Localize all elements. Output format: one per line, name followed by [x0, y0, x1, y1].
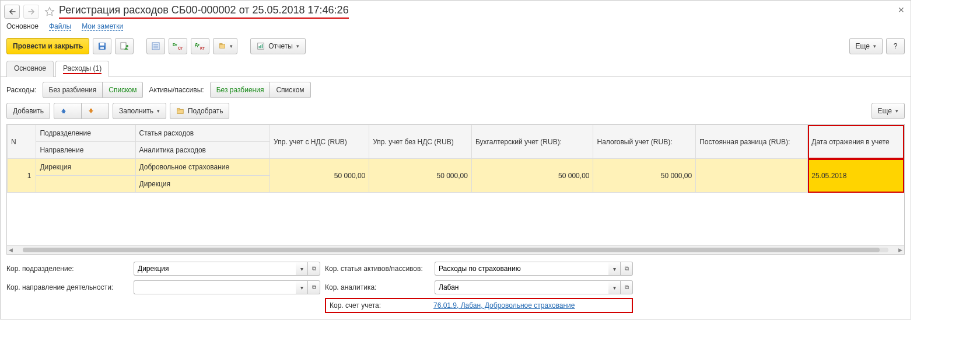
arrow-up-icon	[60, 107, 67, 114]
subtab-notes[interactable]: Мои заметки	[82, 22, 123, 31]
scroll-right-icon[interactable]: ▶	[897, 247, 904, 253]
dropdown-icon[interactable]: ▾	[296, 262, 308, 276]
expenses-no-split-button[interactable]: Без разбиения	[43, 82, 103, 98]
correspondence-form: Кор. подразделение: ▾ ⧉ Кор. статья акти…	[1, 257, 911, 319]
col-m4[interactable]: Налоговый учет (RUB):	[593, 125, 696, 159]
open-icon[interactable]: ⧉	[621, 280, 633, 294]
move-up-button[interactable]	[54, 103, 82, 119]
assets-no-split-button[interactable]: Без разбиения	[210, 82, 271, 98]
svg-point-4	[126, 45, 128, 47]
drcr-button[interactable]: DrCr	[169, 38, 187, 54]
combo-cor-dir[interactable]: ▾ ⧉	[134, 280, 320, 294]
input-cor-dir[interactable]	[134, 280, 296, 294]
cell-sub[interactable]: Дирекция	[36, 159, 135, 176]
label-cor-an: Кор. аналитика:	[325, 283, 430, 291]
input-cor-an[interactable]	[435, 280, 608, 294]
scroll-left-icon[interactable]: ◀	[7, 247, 15, 253]
tab-main[interactable]: Основное	[6, 61, 54, 77]
nav-forward-button	[23, 5, 39, 19]
expenses-table[interactable]: N Подразделение Статья расходов Упр. уче…	[6, 124, 905, 255]
cell-art[interactable]: Добровольное страхование	[135, 159, 270, 176]
table-more-button[interactable]: Еще ▾	[872, 103, 905, 119]
col-m1[interactable]: Упр. учет с НДС (RUB)	[270, 125, 369, 159]
post-icon	[120, 41, 129, 51]
reports-button[interactable]: Отчеты ▾	[250, 38, 305, 54]
table-empty-area	[7, 193, 904, 245]
dropdown-icon[interactable]: ▾	[608, 280, 621, 294]
dtkt-icon: ДтКт	[195, 42, 205, 50]
col-m2[interactable]: Упр. учет без НДС (RUB)	[369, 125, 472, 159]
dropdown-icon[interactable]: ▾	[608, 262, 621, 276]
more-button[interactable]: Еще ▾	[849, 38, 883, 54]
caret-icon: ▾	[157, 108, 160, 114]
favorite-star-icon[interactable]	[44, 6, 55, 18]
col-an[interactable]: Аналитика расходов	[135, 142, 270, 159]
combo-cor-art[interactable]: ▾ ⧉	[435, 262, 633, 276]
cell-date[interactable]: 25.05.2018	[808, 159, 904, 193]
table-more-label: Еще	[878, 107, 892, 115]
open-icon[interactable]: ⧉	[308, 262, 320, 276]
post-and-close-button[interactable]: Провести и закрыть	[6, 38, 89, 54]
scroll-thumb[interactable]	[23, 248, 880, 252]
attach-icon	[218, 42, 226, 50]
help-button[interactable]: ?	[886, 38, 905, 54]
combo-cor-sub[interactable]: ▾ ⧉	[134, 262, 320, 276]
post-button[interactable]	[115, 38, 134, 54]
subtab-main[interactable]: Основное	[6, 22, 38, 31]
col-date[interactable]: Дата отражения в учете	[808, 125, 904, 159]
svg-rect-17	[260, 45, 261, 48]
cell-dir[interactable]	[36, 176, 135, 193]
horizontal-scrollbar[interactable]: ◀ ▶	[7, 245, 904, 254]
folder-icon	[176, 107, 184, 115]
cell-an[interactable]: Дирекция	[135, 176, 270, 193]
close-icon[interactable]: ✕	[898, 5, 905, 15]
svg-rect-14	[219, 44, 222, 45]
page-title: Регистрация расходов СБ00-000002 от 25.0…	[59, 3, 349, 20]
attach-button[interactable]: ▾	[213, 38, 237, 54]
expenses-list-button[interactable]: Списком	[103, 82, 143, 98]
structure-button[interactable]	[146, 38, 165, 54]
caret-icon: ▾	[895, 108, 898, 114]
col-dir[interactable]: Направление	[36, 142, 135, 159]
svg-rect-2	[100, 47, 104, 49]
cell-m5[interactable]	[696, 159, 808, 193]
table-row[interactable]: 1 Дирекция Добровольное страхование 50 0…	[8, 159, 904, 176]
col-m3[interactable]: Бухгалтерский учет (RUB):	[471, 125, 593, 159]
input-cor-sub[interactable]	[134, 262, 296, 276]
reports-icon	[257, 42, 265, 50]
caret-icon: ▾	[230, 43, 233, 49]
col-m5[interactable]: Постоянная разница (RUB):	[696, 125, 808, 159]
move-down-button[interactable]	[82, 103, 109, 119]
cell-m3[interactable]: 50 000,00	[471, 159, 593, 193]
fill-label: Заполнить	[119, 107, 153, 115]
open-icon[interactable]: ⧉	[621, 262, 633, 276]
assets-mode-label: Активы/пассивы:	[149, 86, 204, 94]
cell-m4[interactable]: 50 000,00	[593, 159, 696, 193]
col-sub[interactable]: Подразделение	[36, 125, 135, 142]
arrow-down-icon	[88, 107, 94, 114]
cell-n[interactable]: 1	[8, 159, 36, 193]
col-n[interactable]: N	[8, 125, 36, 159]
open-icon[interactable]: ⧉	[308, 280, 320, 294]
nav-back-button[interactable]	[4, 5, 20, 19]
fill-button[interactable]: Заполнить ▾	[113, 103, 166, 119]
more-label: Еще	[856, 42, 870, 50]
tab-expenses[interactable]: Расходы (1)	[55, 61, 109, 77]
save-button[interactable]	[93, 38, 111, 54]
dtkt-button[interactable]: ДтКт	[191, 38, 209, 54]
link-cor-account[interactable]: 76.01.9, Лабан, Добровольное страхование	[433, 301, 575, 310]
col-art[interactable]: Статья расходов	[135, 125, 270, 142]
cell-m1[interactable]: 50 000,00	[270, 159, 369, 193]
cell-m2[interactable]: 50 000,00	[369, 159, 472, 193]
svg-rect-20	[177, 109, 180, 110]
svg-text:Dr: Dr	[173, 43, 177, 47]
expenses-mode-label: Расходы:	[6, 86, 37, 94]
dropdown-icon[interactable]: ▾	[296, 280, 308, 294]
add-row-button[interactable]: Добавить	[6, 103, 50, 119]
combo-cor-an[interactable]: ▾ ⧉	[435, 280, 633, 294]
input-cor-art[interactable]	[435, 262, 608, 276]
svg-rect-3	[121, 43, 126, 49]
subtab-files[interactable]: Файлы	[49, 22, 71, 31]
pick-button[interactable]: Подобрать	[170, 103, 229, 119]
assets-list-button[interactable]: Списком	[270, 82, 310, 98]
